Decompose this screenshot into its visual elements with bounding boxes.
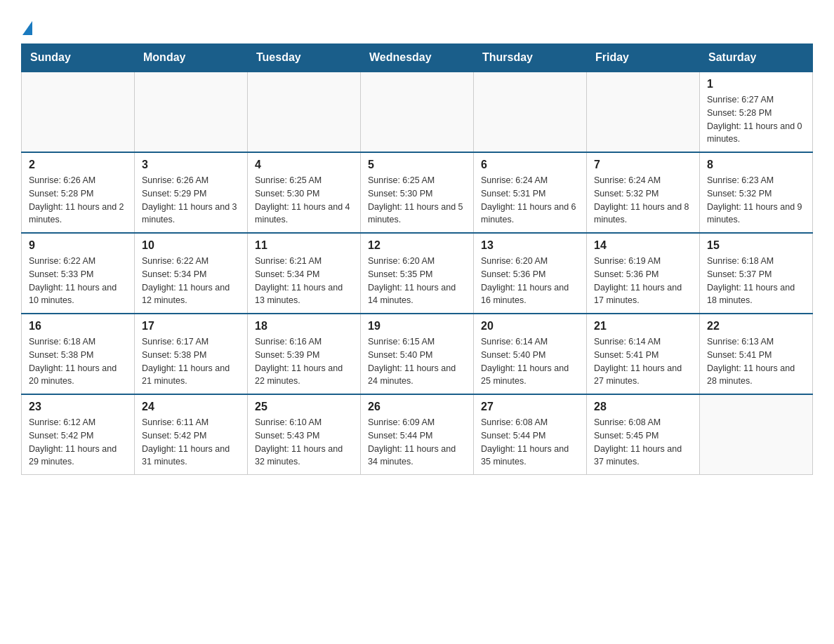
calendar-cell [22, 72, 135, 152]
day-info: Sunrise: 6:26 AMSunset: 5:29 PMDaylight:… [142, 174, 240, 227]
calendar-cell: 17Sunrise: 6:17 AMSunset: 5:38 PMDayligh… [135, 314, 248, 394]
calendar-cell: 26Sunrise: 6:09 AMSunset: 5:44 PMDayligh… [361, 394, 474, 475]
calendar-table: SundayMondayTuesdayWednesdayThursdayFrid… [21, 43, 813, 475]
day-info: Sunrise: 6:14 AMSunset: 5:41 PMDaylight:… [594, 335, 692, 388]
day-info: Sunrise: 6:22 AMSunset: 5:34 PMDaylight:… [142, 255, 240, 307]
day-info: Sunrise: 6:15 AMSunset: 5:40 PMDaylight:… [368, 335, 466, 388]
weekday-header-friday: Friday [587, 44, 700, 72]
calendar-cell: 6Sunrise: 6:24 AMSunset: 5:31 PMDaylight… [474, 152, 587, 233]
day-info: Sunrise: 6:19 AMSunset: 5:36 PMDaylight:… [594, 255, 692, 307]
day-number: 20 [481, 320, 579, 333]
calendar-cell: 19Sunrise: 6:15 AMSunset: 5:40 PMDayligh… [361, 314, 474, 394]
day-info: Sunrise: 6:26 AMSunset: 5:28 PMDaylight:… [29, 174, 127, 227]
calendar-cell: 13Sunrise: 6:20 AMSunset: 5:36 PMDayligh… [474, 233, 587, 314]
day-info: Sunrise: 6:14 AMSunset: 5:40 PMDaylight:… [481, 335, 579, 388]
day-info: Sunrise: 6:09 AMSunset: 5:44 PMDaylight:… [368, 416, 466, 469]
weekday-header-saturday: Saturday [700, 44, 813, 72]
day-info: Sunrise: 6:25 AMSunset: 5:30 PMDaylight:… [255, 174, 353, 227]
calendar-cell [248, 72, 361, 152]
day-info: Sunrise: 6:21 AMSunset: 5:34 PMDaylight:… [255, 255, 353, 307]
day-number: 18 [255, 320, 353, 333]
calendar-cell: 25Sunrise: 6:10 AMSunset: 5:43 PMDayligh… [248, 394, 361, 475]
calendar-cell: 24Sunrise: 6:11 AMSunset: 5:42 PMDayligh… [135, 394, 248, 475]
day-info: Sunrise: 6:16 AMSunset: 5:39 PMDaylight:… [255, 335, 353, 388]
calendar-cell: 18Sunrise: 6:16 AMSunset: 5:39 PMDayligh… [248, 314, 361, 394]
day-info: Sunrise: 6:20 AMSunset: 5:35 PMDaylight:… [368, 255, 466, 307]
day-number: 5 [368, 159, 466, 171]
logo [21, 21, 32, 36]
calendar-cell: 9Sunrise: 6:22 AMSunset: 5:33 PMDaylight… [22, 233, 135, 314]
day-info: Sunrise: 6:18 AMSunset: 5:38 PMDaylight:… [29, 335, 127, 388]
day-info: Sunrise: 6:18 AMSunset: 5:37 PMDaylight:… [707, 255, 805, 307]
calendar-cell: 21Sunrise: 6:14 AMSunset: 5:41 PMDayligh… [587, 314, 700, 394]
weekday-header-thursday: Thursday [474, 44, 587, 72]
calendar-cell [474, 72, 587, 152]
calendar-cell: 11Sunrise: 6:21 AMSunset: 5:34 PMDayligh… [248, 233, 361, 314]
day-number: 10 [142, 239, 240, 252]
day-number: 16 [29, 320, 127, 333]
day-info: Sunrise: 6:13 AMSunset: 5:41 PMDaylight:… [707, 335, 805, 388]
day-info: Sunrise: 6:27 AMSunset: 5:28 PMDaylight:… [707, 93, 805, 146]
day-number: 22 [707, 320, 805, 333]
calendar-cell [587, 72, 700, 152]
day-info: Sunrise: 6:08 AMSunset: 5:45 PMDaylight:… [594, 416, 692, 469]
weekday-header-tuesday: Tuesday [248, 44, 361, 72]
week-row-4: 16Sunrise: 6:18 AMSunset: 5:38 PMDayligh… [22, 314, 813, 394]
week-row-1: 1Sunrise: 6:27 AMSunset: 5:28 PMDaylight… [22, 72, 813, 152]
calendar-cell: 1Sunrise: 6:27 AMSunset: 5:28 PMDaylight… [700, 72, 813, 152]
day-number: 17 [142, 320, 240, 333]
week-row-5: 23Sunrise: 6:12 AMSunset: 5:42 PMDayligh… [22, 394, 813, 475]
calendar-cell: 4Sunrise: 6:25 AMSunset: 5:30 PMDaylight… [248, 152, 361, 233]
day-info: Sunrise: 6:17 AMSunset: 5:38 PMDaylight:… [142, 335, 240, 388]
day-number: 4 [255, 159, 353, 171]
day-number: 7 [594, 159, 692, 171]
day-number: 28 [594, 401, 692, 413]
weekday-header-wednesday: Wednesday [361, 44, 474, 72]
day-number: 12 [368, 239, 466, 252]
logo-arrow-icon [22, 21, 32, 35]
page-header [21, 14, 813, 36]
day-number: 2 [29, 159, 127, 171]
calendar-cell: 5Sunrise: 6:25 AMSunset: 5:30 PMDaylight… [361, 152, 474, 233]
calendar-cell [135, 72, 248, 152]
calendar-cell: 10Sunrise: 6:22 AMSunset: 5:34 PMDayligh… [135, 233, 248, 314]
week-row-3: 9Sunrise: 6:22 AMSunset: 5:33 PMDaylight… [22, 233, 813, 314]
day-info: Sunrise: 6:24 AMSunset: 5:31 PMDaylight:… [481, 174, 579, 227]
day-info: Sunrise: 6:25 AMSunset: 5:30 PMDaylight:… [368, 174, 466, 227]
day-number: 19 [368, 320, 466, 333]
day-number: 15 [707, 239, 805, 252]
day-number: 9 [29, 239, 127, 252]
day-info: Sunrise: 6:08 AMSunset: 5:44 PMDaylight:… [481, 416, 579, 469]
calendar-cell: 16Sunrise: 6:18 AMSunset: 5:38 PMDayligh… [22, 314, 135, 394]
day-number: 26 [368, 401, 466, 413]
day-number: 1 [707, 78, 805, 90]
calendar-cell: 14Sunrise: 6:19 AMSunset: 5:36 PMDayligh… [587, 233, 700, 314]
calendar-cell: 28Sunrise: 6:08 AMSunset: 5:45 PMDayligh… [587, 394, 700, 475]
day-number: 3 [142, 159, 240, 171]
day-info: Sunrise: 6:10 AMSunset: 5:43 PMDaylight:… [255, 416, 353, 469]
day-number: 25 [255, 401, 353, 413]
weekday-header-row: SundayMondayTuesdayWednesdayThursdayFrid… [22, 44, 813, 72]
day-number: 21 [594, 320, 692, 333]
week-row-2: 2Sunrise: 6:26 AMSunset: 5:28 PMDaylight… [22, 152, 813, 233]
calendar-cell: 23Sunrise: 6:12 AMSunset: 5:42 PMDayligh… [22, 394, 135, 475]
day-number: 24 [142, 401, 240, 413]
day-info: Sunrise: 6:23 AMSunset: 5:32 PMDaylight:… [707, 174, 805, 227]
calendar-cell [361, 72, 474, 152]
day-number: 23 [29, 401, 127, 413]
day-number: 11 [255, 239, 353, 252]
day-number: 8 [707, 159, 805, 171]
day-number: 14 [594, 239, 692, 252]
day-info: Sunrise: 6:12 AMSunset: 5:42 PMDaylight:… [29, 416, 127, 469]
day-number: 13 [481, 239, 579, 252]
calendar-cell: 27Sunrise: 6:08 AMSunset: 5:44 PMDayligh… [474, 394, 587, 475]
day-info: Sunrise: 6:20 AMSunset: 5:36 PMDaylight:… [481, 255, 579, 307]
weekday-header-monday: Monday [135, 44, 248, 72]
calendar-cell: 3Sunrise: 6:26 AMSunset: 5:29 PMDaylight… [135, 152, 248, 233]
calendar-cell: 2Sunrise: 6:26 AMSunset: 5:28 PMDaylight… [22, 152, 135, 233]
day-info: Sunrise: 6:22 AMSunset: 5:33 PMDaylight:… [29, 255, 127, 307]
day-number: 27 [481, 401, 579, 413]
calendar-cell: 8Sunrise: 6:23 AMSunset: 5:32 PMDaylight… [700, 152, 813, 233]
calendar-cell: 7Sunrise: 6:24 AMSunset: 5:32 PMDaylight… [587, 152, 700, 233]
calendar-cell: 12Sunrise: 6:20 AMSunset: 5:35 PMDayligh… [361, 233, 474, 314]
